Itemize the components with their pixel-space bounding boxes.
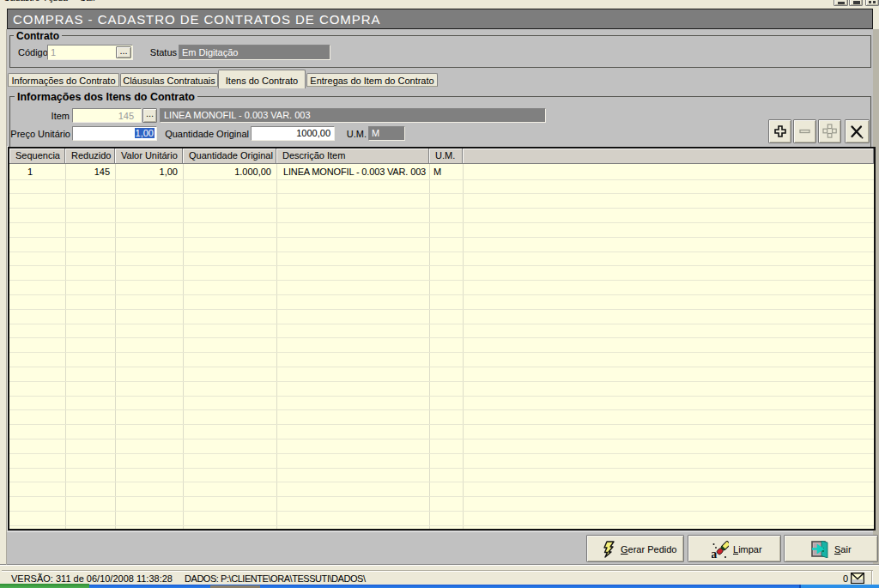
svg-text:a: a (712, 547, 718, 559)
